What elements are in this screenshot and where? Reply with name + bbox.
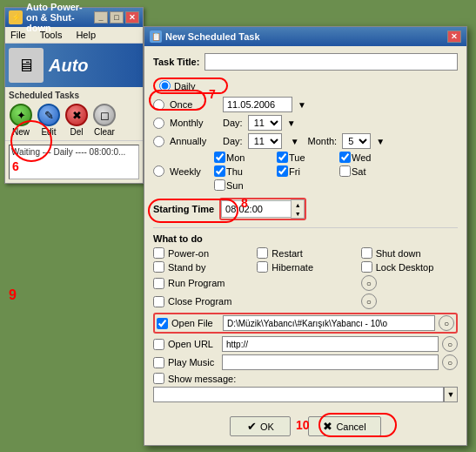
once-date-input[interactable]	[223, 97, 292, 112]
annually-day-select[interactable]: 11	[248, 133, 282, 149]
daily-radio-wrap: Daily	[153, 78, 228, 94]
weekly-label: Weekly	[170, 166, 209, 177]
openurl-row: Open URL ○	[153, 336, 458, 352]
dialog-footer: ✔ OK ✖ Cancel	[144, 409, 466, 445]
daily-label: Daily	[174, 81, 222, 91]
day-mon-check[interactable]	[214, 152, 225, 163]
day-sat-label: Sat	[352, 166, 399, 177]
runprogram-label: Run Program	[168, 278, 225, 288]
openfile-input[interactable]	[223, 315, 435, 331]
day-tue-label: Tue	[289, 152, 337, 163]
what-todo-label: What to do	[153, 233, 458, 244]
day-tue-check[interactable]	[277, 152, 288, 163]
openfile-check[interactable]	[157, 318, 168, 329]
clear-button[interactable]: ◻ Clear	[92, 104, 117, 137]
openurl-input[interactable]	[222, 336, 439, 352]
playmusic-row: Play Music ○	[153, 354, 458, 370]
what-todo-section: What to do Power-on Restart Shut down St…	[153, 227, 458, 402]
action-closeprogram: Close Program	[153, 293, 250, 309]
task-title-row: Task Title:	[153, 53, 458, 71]
poweron-check[interactable]	[153, 247, 164, 259]
menu-help[interactable]: Help	[74, 29, 97, 41]
monthly-radio[interactable]	[153, 118, 164, 129]
showmessage-check[interactable]	[153, 373, 164, 384]
openurl-check[interactable]	[153, 339, 164, 350]
day-thu-label: Thu	[226, 166, 274, 177]
dialog-close-button[interactable]: ✕	[447, 30, 461, 43]
standby-label: Stand by	[168, 262, 205, 273]
main-titlebar: ⚡ Auto Power-on & Shut-down _ □ ✕	[5, 8, 143, 27]
annually-day-label: Day:	[223, 136, 243, 146]
task-title-input[interactable]	[204, 53, 458, 71]
day-sat-check[interactable]	[339, 165, 351, 177]
once-radio[interactable]	[153, 99, 164, 111]
time-input[interactable]	[221, 200, 291, 218]
annually-radio[interactable]	[153, 136, 164, 147]
openfile-browse-btn[interactable]: ○	[439, 315, 454, 331]
hibernate-check[interactable]	[257, 261, 268, 273]
playmusic-browse-btn[interactable]: ○	[442, 354, 458, 370]
action-runprogram: Run Program	[153, 275, 250, 291]
action-restart: Restart	[257, 247, 353, 259]
main-window-buttons: _ □ ✕	[94, 11, 139, 24]
playmusic-input[interactable]	[222, 354, 439, 370]
monthly-day-select[interactable]: 11	[248, 115, 282, 131]
daily-radio[interactable]	[159, 80, 171, 91]
main-header-area: 🖥 Auto	[5, 44, 143, 87]
day-wed-label: Wed	[352, 152, 399, 163]
edit-icon: ✎	[37, 104, 60, 126]
dialog-body: Task Title: Daily Once ▼ Monthl	[144, 46, 466, 409]
day-sun-check[interactable]	[214, 179, 225, 191]
task-list[interactable]: Waiting --- Daily ---- 08:00:0...	[9, 145, 139, 179]
ok-label: OK	[260, 422, 274, 432]
showmessage-label: Show message:	[168, 374, 236, 384]
ok-button[interactable]: ✔ OK	[230, 416, 291, 436]
del-button[interactable]: ✖ Del	[64, 104, 89, 137]
app-icon: 🖥	[9, 48, 44, 83]
cancel-label: Cancel	[336, 422, 365, 432]
new-button[interactable]: ✦ New	[9, 104, 33, 137]
weekly-radio[interactable]	[153, 165, 164, 177]
edit-button[interactable]: ✎ Edit	[37, 104, 61, 137]
runprogram-browse-btn[interactable]: ○	[361, 275, 377, 291]
day-wed: Wed	[339, 152, 399, 163]
del-icon: ✖	[65, 104, 88, 126]
dialog-title-icon: 📋	[150, 30, 162, 43]
restart-check[interactable]	[257, 247, 268, 259]
menu-file[interactable]: File	[9, 29, 28, 41]
closeprogram-browse-btn[interactable]: ○	[361, 293, 377, 309]
lockdesktop-check[interactable]	[361, 261, 372, 273]
task-list-item[interactable]: Waiting --- Daily ---- 08:00:0...	[11, 147, 137, 157]
close-button[interactable]: ✕	[125, 11, 139, 24]
day-sun: Sun	[214, 179, 274, 191]
restart-label: Restart	[272, 248, 302, 259]
dialog-title-text: New Scheduled Task	[165, 31, 444, 42]
action-grid: Power-on Restart Shut down Stand by Hibe…	[153, 247, 458, 309]
showmessage-input[interactable]	[153, 387, 444, 402]
menu-tools[interactable]: Tools	[38, 29, 64, 41]
closeprogram-check[interactable]	[153, 296, 164, 307]
lockdesktop-label: Lock Desktop	[376, 262, 434, 273]
annually-month-select[interactable]: 5	[342, 133, 371, 149]
day-fri-check[interactable]	[277, 165, 288, 177]
playmusic-check[interactable]	[153, 357, 164, 368]
time-row: Starting Time ▲ ▼	[153, 198, 458, 220]
minimize-button[interactable]: _	[94, 11, 108, 24]
closeprogram-label: Close Program	[168, 296, 231, 307]
poweron-label: Power-on	[168, 248, 209, 259]
showmessage-dropdown[interactable]: ▼	[444, 387, 458, 402]
day-wed-check[interactable]	[339, 152, 351, 163]
action-poweron: Power-on	[153, 247, 250, 259]
maximize-button[interactable]: □	[110, 11, 124, 24]
schedule-weekly-row: Weekly Mon Tue Wed Thu Fri Sat Sun	[153, 152, 458, 191]
shutdown-check[interactable]	[361, 247, 372, 259]
schedule-daily-row: Daily	[153, 78, 458, 94]
standby-check[interactable]	[153, 261, 164, 273]
runprogram-check[interactable]	[153, 278, 164, 289]
openurl-browse-btn[interactable]: ○	[442, 336, 458, 352]
time-spin-down[interactable]: ▼	[292, 209, 304, 218]
time-spin-up[interactable]: ▲	[292, 200, 304, 209]
cancel-button[interactable]: ✖ Cancel	[308, 416, 380, 436]
day-thu-check[interactable]	[214, 165, 225, 177]
annually-month-label: Month:	[308, 136, 338, 146]
